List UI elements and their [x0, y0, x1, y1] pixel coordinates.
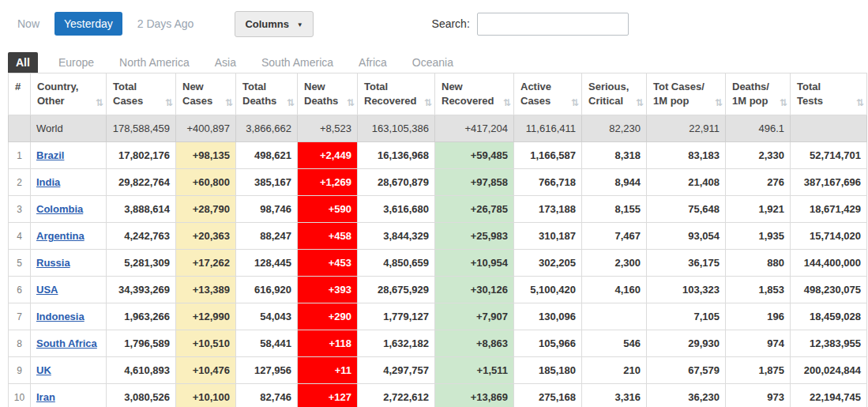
column-header-label: Country, Other	[37, 80, 78, 108]
region-tab-asia[interactable]: Asia	[207, 52, 244, 73]
columns-dropdown-button[interactable]: Columns ▼	[235, 11, 313, 37]
country-link[interactable]: Brazil	[36, 149, 64, 161]
column-header-label: New Deaths	[304, 80, 338, 108]
total-recovered-cell: 4,850,659	[358, 250, 435, 277]
new-deaths-cell: +453	[298, 250, 358, 277]
sort-icon[interactable]: ⇅	[165, 98, 173, 107]
rank-cell: 6	[9, 277, 31, 303]
new-deaths-cell: +590	[298, 196, 358, 223]
total-recovered-cell: 28,675,929	[358, 277, 435, 303]
column-header-label: Total Recovered	[364, 80, 416, 108]
country-link[interactable]: Iran	[36, 391, 55, 403]
toolbar: Now Yesterday 2 Days Ago Columns ▼ Searc…	[8, 9, 860, 38]
column-header-total-cases[interactable]: Total Cases⇅	[107, 73, 176, 115]
region-tab-oceania[interactable]: Oceania	[404, 52, 461, 73]
country-link[interactable]: India	[36, 176, 60, 188]
active-cases-cell: 302,205	[514, 250, 582, 277]
sort-icon[interactable]: ⇅	[347, 98, 355, 107]
country-row: 4Argentina4,242,763+20,36388,247+4583,84…	[9, 223, 867, 250]
deaths-1m-cell: 496.1	[726, 115, 791, 142]
rank-cell: 2	[9, 169, 31, 196]
column-header-total-tests[interactable]: Total Tests⇅	[791, 73, 867, 115]
new-cases-cell: +98,135	[176, 142, 236, 169]
column-header-new-cases[interactable]: New Cases⇅	[176, 73, 236, 115]
deaths-1m-cell: 196	[726, 303, 791, 330]
active-cases-cell: 105,966	[514, 330, 582, 357]
tot-cases-1m-cell: 103,323	[647, 277, 726, 303]
country-link[interactable]: Argentina	[36, 230, 85, 242]
country-link[interactable]: Indonesia	[36, 311, 85, 322]
region-tab-europe[interactable]: Europe	[51, 52, 102, 73]
search-label: Search:	[432, 17, 470, 30]
country-link[interactable]: South Africa	[36, 337, 97, 349]
column-header-label: Total Cases	[113, 80, 143, 108]
column-header-country[interactable]: Country, Other⇅	[31, 73, 107, 115]
column-header-new-deaths[interactable]: New Deaths⇅	[298, 73, 358, 115]
tot-cases-1m-cell: 83,183	[647, 142, 726, 169]
total-deaths-cell: 3,866,662	[236, 115, 298, 142]
time-tab-now[interactable]: Now	[8, 12, 49, 36]
sort-icon[interactable]: ⇅	[571, 98, 579, 107]
tot-cases-1m-cell: 21,408	[647, 169, 726, 196]
column-header-total-recovered[interactable]: Total Recovered⇅	[358, 73, 435, 115]
column-header-tot-cases-1m[interactable]: Tot Cases/ 1M pop⇅	[647, 73, 726, 115]
new-recovered-cell: +1,511	[435, 357, 514, 384]
tot-cases-1m-cell: 36,230	[647, 384, 726, 407]
deaths-1m-cell: 1,935	[726, 223, 791, 250]
new-recovered-cell: +25,983	[435, 223, 514, 250]
tot-cases-1m-cell: 93,054	[647, 223, 726, 250]
column-header-active-cases[interactable]: Active Cases⇅	[514, 73, 582, 115]
search-input[interactable]	[477, 13, 629, 36]
active-cases-cell: 275,168	[514, 384, 582, 407]
region-tab-south-america[interactable]: South America	[254, 52, 341, 73]
region-tab-all[interactable]: All	[8, 52, 38, 73]
deaths-1m-cell: 880	[726, 250, 791, 277]
deaths-1m-cell: 2,330	[726, 142, 791, 169]
country-link[interactable]: USA	[36, 284, 58, 296]
column-header-new-recovered[interactable]: New Recovered⇅	[435, 73, 514, 115]
country-link[interactable]: UK	[36, 364, 51, 376]
country-link[interactable]: Colombia	[36, 203, 83, 215]
sort-icon[interactable]: ⇅	[424, 98, 432, 107]
column-header-label: Tot Cases/ 1M pop	[653, 80, 705, 108]
country-link[interactable]: Russia	[36, 257, 70, 269]
rank-cell: 8	[9, 330, 31, 357]
column-header-deaths-1m[interactable]: Deaths/ 1M pop⇅	[726, 73, 791, 115]
tot-cases-1m-cell: 36,175	[647, 250, 726, 277]
sort-icon[interactable]: ⇅	[636, 98, 644, 107]
sort-icon[interactable]: ⇅	[287, 98, 295, 107]
new-recovered-cell: +59,485	[435, 142, 514, 169]
column-header-serious-critical[interactable]: Serious, Critical⇅	[582, 73, 647, 115]
sort-icon[interactable]: ⇅	[856, 98, 864, 107]
time-tab-2-days-ago[interactable]: 2 Days Ago	[128, 12, 204, 36]
region-tab-north-america[interactable]: North America	[111, 52, 197, 73]
total-deaths-cell: 498,621	[236, 142, 298, 169]
sort-icon[interactable]: ⇅	[96, 98, 103, 107]
total-deaths-cell: 127,956	[236, 357, 298, 384]
sort-icon[interactable]: ⇅	[225, 98, 233, 107]
country-row: 8South Africa1,796,589+10,51058,441+1181…	[9, 330, 867, 357]
region-tab-africa[interactable]: Africa	[351, 52, 395, 73]
total-tests-cell: 18,459,028	[791, 303, 867, 330]
total-tests-cell: 144,400,000	[791, 250, 867, 277]
country-cell: Colombia	[31, 196, 107, 223]
country-cell: Russia	[31, 250, 107, 277]
deaths-1m-cell: 973	[726, 384, 791, 407]
active-cases-cell: 766,718	[514, 169, 582, 196]
column-header-total-deaths[interactable]: Total Deaths⇅	[236, 73, 298, 115]
world-row: World178,588,459+400,8973,866,662+8,5231…	[9, 115, 867, 142]
country-row: 3Colombia3,888,614+28,79098,746+5903,616…	[9, 196, 867, 223]
total-cases-cell: 1,796,589	[107, 330, 176, 357]
new-deaths-cell: +2,449	[298, 142, 358, 169]
country-cell: World	[31, 115, 107, 142]
column-header-label: Deaths/ 1M pop	[732, 80, 769, 108]
sort-icon[interactable]: ⇅	[715, 98, 723, 107]
column-header-label: Total Tests	[797, 80, 823, 108]
sort-icon[interactable]: ⇅	[503, 98, 511, 107]
total-tests-cell: 200,024,844	[791, 357, 867, 384]
total-tests-cell	[791, 115, 867, 142]
time-tab-yesterday[interactable]: Yesterday	[54, 12, 122, 36]
sort-icon[interactable]: ⇅	[780, 98, 787, 107]
new-cases-cell: +12,990	[176, 303, 236, 330]
deaths-1m-cell: 974	[726, 330, 791, 357]
